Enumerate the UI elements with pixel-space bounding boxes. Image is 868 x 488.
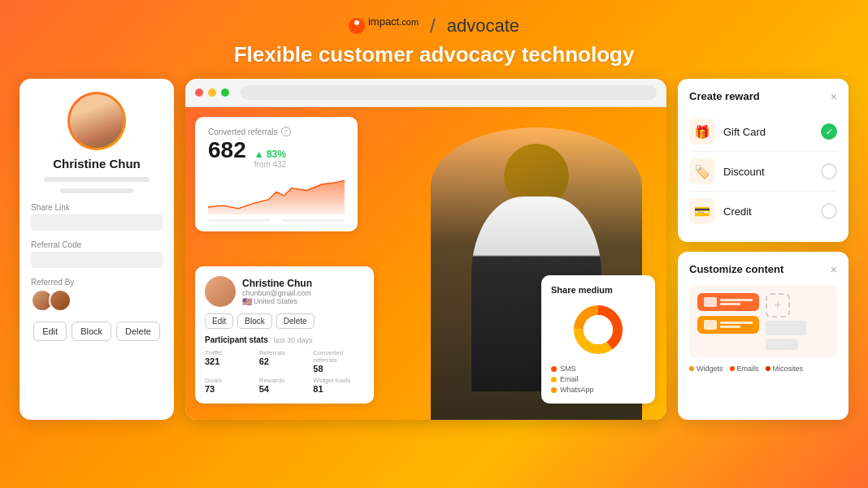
logo-divider: /	[430, 15, 436, 37]
edit-button[interactable]: Edit	[33, 322, 67, 341]
cc-legend-emails: Emails	[730, 365, 759, 373]
pd-stat-goals: Goals 73	[205, 377, 256, 394]
sm-legend-sms: SMS	[551, 365, 645, 373]
pd-location: 🇺🇸 United States	[242, 297, 312, 306]
browser-window: Converted referrals ? 682 ▲ 83% from 432	[185, 79, 666, 420]
browser-content: Converted referrals ? 682 ▲ 83% from 432	[185, 107, 666, 420]
reward-gift-card-check: ✓	[821, 123, 837, 140]
cc-add-button[interactable]: +	[766, 293, 790, 317]
cc-legend-microsites: Micosites	[766, 365, 804, 373]
pd-stat-converted: Converted referrals 58	[313, 349, 364, 374]
pd-name: Christine Chun	[242, 278, 312, 289]
cc-small-widget-2	[766, 339, 798, 350]
stats-info-icon: ?	[281, 127, 291, 136]
pd-actions: Edit Block Delete	[205, 313, 364, 329]
cc-dot-emails	[730, 366, 735, 371]
pd-stats-subtitle: last 30 days	[274, 336, 313, 344]
customize-content-close[interactable]: ×	[831, 264, 837, 275]
cc-widgets-col	[697, 293, 759, 334]
create-reward-close[interactable]: ×	[831, 91, 837, 102]
delete-button[interactable]: Delete	[116, 322, 160, 341]
main-content: Christine Chun Share Link Referral Code …	[20, 79, 848, 420]
profile-card: Christine Chun Share Link Referral Code …	[20, 79, 174, 420]
chart-x-bar-1	[208, 219, 270, 222]
chart-area	[208, 175, 345, 216]
stats-value: 682	[208, 136, 246, 164]
stats-from: from 432	[254, 160, 286, 169]
share-medium-card: Share medium	[541, 275, 655, 404]
sm-dot-email	[551, 377, 557, 382]
pd-stats-grid: Traffic 321 Referrals 62 Converted refer…	[205, 349, 364, 394]
profile-actions: Edit Block Delete	[33, 322, 160, 341]
sm-title: Share medium	[551, 285, 645, 295]
browser-bar	[185, 79, 666, 107]
header: impact.com / advocate Flexible customer …	[234, 0, 635, 79]
credit-icon: 💳	[689, 198, 715, 224]
cc-preview: +	[689, 285, 837, 358]
right-panels: Create reward × 🎁 Gift Card ✓ 🏷️ Discoun…	[678, 79, 848, 420]
logo-row: impact.com / advocate	[349, 15, 519, 37]
share-link-value	[31, 214, 163, 231]
reward-gift-card[interactable]: 🎁 Gift Card ✓	[689, 112, 837, 152]
cc-widget-icon-2	[704, 320, 717, 330]
sm-donut-chart	[551, 301, 645, 358]
pd-stat-traffic: Traffic 321	[205, 349, 256, 374]
pd-edit-button[interactable]: Edit	[205, 313, 233, 329]
share-link-field: Share Link	[31, 203, 163, 231]
cc-widget-icon-1	[704, 297, 717, 307]
area-chart	[208, 175, 345, 216]
pd-delete-button[interactable]: Delete	[276, 313, 315, 329]
referred-by-field: Referred By	[31, 278, 163, 312]
cc-small-widget-1	[766, 321, 806, 335]
cc-legend: Widgets Emails Micosites	[689, 365, 837, 373]
pd-stat-widget-loads: Widget loads 81	[313, 377, 364, 394]
avatar	[70, 94, 124, 148]
cc-widget-2	[697, 316, 759, 334]
sm-dot-whatsapp	[551, 387, 557, 393]
cc-legend-widgets: Widgets	[689, 365, 723, 373]
stats-card: Converted referrals ? 682 ▲ 83% from 432	[195, 117, 358, 231]
reward-credit-label: Credit	[723, 205, 813, 218]
pd-info: Christine Chun chunbun@gmail.com 🇺🇸 Unit…	[242, 278, 312, 306]
sm-legend: SMS Email WhatsApp	[551, 365, 645, 394]
browser-url-bar	[241, 85, 657, 100]
avatar-ring	[67, 92, 126, 150]
pd-stat-rewards: Rewards 54	[259, 377, 310, 394]
stats-change: ▲ 83%	[254, 149, 286, 160]
logo-text: impact.com	[349, 15, 419, 37]
advocate-label: advocate	[447, 15, 519, 37]
browser-dot-green	[221, 89, 229, 97]
referral-code-value	[31, 252, 163, 268]
block-button[interactable]: Block	[72, 322, 111, 341]
sm-dot-sms	[551, 366, 557, 372]
sm-legend-email: Email	[551, 375, 645, 383]
referred-avatar-2	[49, 289, 72, 312]
svg-point-3	[584, 315, 613, 344]
stats-label: Converted referrals ?	[208, 127, 345, 136]
pd-header: Christine Chun chunbun@gmail.com 🇺🇸 Unit…	[205, 276, 364, 307]
customize-content-header: Customize content ×	[689, 263, 837, 275]
reward-discount-label: Discount	[723, 166, 813, 178]
pd-block-button[interactable]: Block	[237, 313, 271, 329]
gift-card-icon: 🎁	[689, 119, 715, 145]
profile-bar-1	[44, 177, 150, 182]
center-panel: Converted referrals ? 682 ▲ 83% from 432	[185, 79, 666, 420]
cc-widget-1	[697, 293, 759, 311]
pd-avatar	[205, 276, 236, 307]
pd-email: chunbun@gmail.com	[242, 289, 312, 297]
brand-name: impact.com	[368, 15, 419, 37]
referral-code-label: Referral Code	[31, 240, 163, 249]
profile-name: Christine Chun	[53, 157, 141, 171]
customize-content-panel: Customize content ×	[678, 252, 848, 420]
profile-detail-card: Christine Chun chunbun@gmail.com 🇺🇸 Unit…	[195, 266, 374, 404]
reward-credit[interactable]: 💳 Credit	[689, 192, 837, 231]
create-reward-title: Create reward	[689, 90, 760, 102]
pd-stats-title: Participant stats last 30 days	[205, 335, 364, 344]
cc-dot-microsites	[766, 366, 770, 371]
sm-legend-whatsapp: WhatsApp	[551, 386, 645, 394]
pd-stat-referrals: Referrals 62	[259, 349, 310, 374]
create-reward-header: Create reward ×	[689, 90, 837, 102]
reward-discount[interactable]: 🏷️ Discount	[689, 152, 837, 192]
referred-by-avatars	[31, 289, 163, 312]
cc-widget-lines-1	[720, 299, 753, 305]
